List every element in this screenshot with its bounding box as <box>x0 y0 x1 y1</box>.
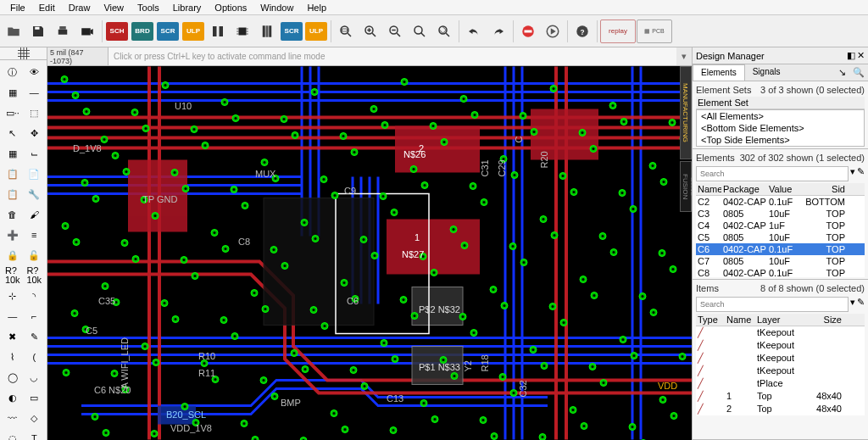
scr-badge[interactable]: SCR <box>156 19 180 43</box>
zoom-fit-icon[interactable] <box>334 19 358 43</box>
menu-view[interactable]: View <box>97 1 131 14</box>
dm-filter-icon[interactable]: ↘ <box>835 64 849 81</box>
element-row[interactable]: C40402-CAP1uFTOP <box>696 220 865 231</box>
element-row[interactable]: C20402-CAP0.1uFBOTTOM <box>696 196 865 208</box>
pcb-canvas[interactable]: U10 D_1V8 TP GND MUX C9 C8 C6 C35 C5 N$2… <box>47 66 692 440</box>
route-button[interactable]: ▦ PCB <box>637 19 672 43</box>
item-row[interactable]: ╱tKeepout <box>696 339 865 352</box>
tool-32[interactable]: ◐ <box>2 387 24 408</box>
fusion-sync-tab[interactable]: FUSION SYNC <box>680 161 692 212</box>
tool-0[interactable]: ⓘ <box>2 62 24 82</box>
tool-37[interactable]: T <box>24 428 46 440</box>
print-icon[interactable] <box>51 19 75 43</box>
item-row[interactable]: ╱1Top48x40 <box>696 390 865 403</box>
tool-28[interactable]: ⌇ <box>2 347 24 367</box>
tool-4[interactable]: ▭·· <box>2 103 24 123</box>
go-icon[interactable] <box>541 19 565 43</box>
menu-draw[interactable]: Draw <box>62 1 97 14</box>
tool-13[interactable]: 🔧 <box>24 184 46 204</box>
tool-21[interactable]: R? 10k <box>24 265 46 286</box>
menu-library[interactable]: Library <box>166 1 209 14</box>
element-row[interactable]: C7080510uFTOP <box>696 255 865 267</box>
element-row[interactable]: C5080510uFTOP <box>696 231 865 243</box>
ulp2-icon[interactable]: ULP <box>304 19 328 43</box>
cmdline-dropdown-icon[interactable]: ▾ <box>676 51 692 62</box>
tool-26[interactable]: ✖ <box>2 326 24 347</box>
brd-badge[interactable]: BRD <box>131 19 154 43</box>
zoom-redraw-icon[interactable] <box>432 19 456 43</box>
tool-icon[interactable]: ✎ <box>857 166 865 181</box>
undo-icon[interactable] <box>462 19 486 43</box>
set-row[interactable]: <Top Side Elements> <box>697 134 864 146</box>
command-line[interactable]: Click or press Ctrl+L key to activate co… <box>108 47 676 65</box>
tool-9[interactable]: ⌙ <box>24 143 46 164</box>
menu-options[interactable]: Options <box>208 1 253 14</box>
dm-search-icon[interactable]: 🔍 <box>849 64 868 81</box>
dm-undock-icon[interactable]: ◧ <box>847 50 855 61</box>
set-row[interactable]: <Bottom Side Elements> <box>697 122 864 134</box>
item-row[interactable]: ╱2Top48x40 <box>696 403 865 415</box>
menu-tools[interactable]: Tools <box>131 1 166 14</box>
menu-window[interactable]: Window <box>253 1 300 14</box>
tool-11[interactable]: 📄 <box>24 164 46 184</box>
tool-2[interactable]: ▦ <box>2 82 24 103</box>
element-row[interactable]: C80402-CAP0.1uFTOP <box>696 267 865 277</box>
element-row[interactable]: C3080510uFTOP <box>696 208 865 220</box>
replay-button[interactable]: replay <box>600 19 636 43</box>
tool-19[interactable]: 🔓 <box>24 245 46 265</box>
stop-icon[interactable] <box>516 19 540 43</box>
element-sets-list[interactable]: <All Elements><Bottom Side Elements><Top… <box>696 109 865 147</box>
tool-24[interactable]: — <box>2 306 24 326</box>
grid-icon[interactable] <box>0 47 47 60</box>
tool-35[interactable]: ◇ <box>24 408 46 428</box>
tool-34[interactable]: 〰 <box>2 408 24 428</box>
manufacturing-tab[interactable]: MANUFACTURING <box>680 66 692 159</box>
save-icon[interactable] <box>26 19 50 43</box>
item-row[interactable]: ╱tKeepout <box>696 352 865 365</box>
sch-badge[interactable]: SCH <box>105 19 129 43</box>
tool-8[interactable]: ▦ <box>2 143 24 164</box>
tool-20[interactable]: R? 10k <box>2 265 24 286</box>
tool-29[interactable]: ( <box>24 347 46 367</box>
tool-1[interactable]: 👁 <box>24 62 46 82</box>
tool-31[interactable]: ◡ <box>24 367 46 387</box>
tool-6[interactable]: ↖ <box>2 123 24 143</box>
tool-18[interactable]: 🔒 <box>2 245 24 265</box>
elements-list[interactable]: C20402-CAP0.1uFBOTTOMC3080510uFTOPC40402… <box>696 196 865 277</box>
tool-12[interactable]: 📋 <box>2 184 24 204</box>
book-icon[interactable] <box>255 19 279 43</box>
menu-file[interactable]: File <box>3 1 32 14</box>
zoom-out-icon[interactable] <box>383 19 407 43</box>
chip-icon[interactable] <box>231 19 254 43</box>
menu-edit[interactable]: Edit <box>32 1 62 14</box>
tool-5[interactable]: ⬚ <box>24 103 46 123</box>
items-search[interactable] <box>696 297 849 312</box>
item-row[interactable]: ╱tKeepout <box>696 326 865 339</box>
tool-33[interactable]: ▭ <box>24 387 46 408</box>
tool-27[interactable]: ✎ <box>24 326 46 347</box>
zoom-sel-icon[interactable] <box>408 19 431 43</box>
open-icon[interactable] <box>2 19 25 43</box>
elements-search[interactable] <box>696 166 849 181</box>
tool-36[interactable]: ◌ <box>2 428 24 440</box>
tool-16[interactable]: ➕ <box>2 225 24 245</box>
tab-signals[interactable]: Signals <box>745 64 788 81</box>
tool-17[interactable]: ≡ <box>24 225 46 245</box>
tab-elements[interactable]: Elements <box>693 64 745 81</box>
tool-25[interactable]: ⌐ <box>24 306 46 326</box>
tool-14[interactable]: 🗑 <box>2 204 24 225</box>
redo-icon[interactable] <box>487 19 510 43</box>
help-icon[interactable]: ? <box>570 19 594 43</box>
zoom-in-icon[interactable] <box>359 19 382 43</box>
tool-22[interactable]: ⊹ <box>2 286 24 306</box>
menu-help[interactable]: Help <box>300 1 333 14</box>
search-dropdown-icon[interactable]: ▾ <box>850 166 855 181</box>
dm-close-icon[interactable]: ✕ <box>857 50 865 61</box>
set-row[interactable]: <All Elements> <box>697 110 864 122</box>
tool-30[interactable]: ◯ <box>2 367 24 387</box>
tool-7[interactable]: ✥ <box>24 123 46 143</box>
tool-15[interactable]: 🖌 <box>24 204 46 225</box>
element-row[interactable]: C60402-CAP0.1uFTOP <box>696 243 865 255</box>
scr2-icon[interactable]: SCR <box>280 19 303 43</box>
cam-icon[interactable] <box>75 19 99 43</box>
